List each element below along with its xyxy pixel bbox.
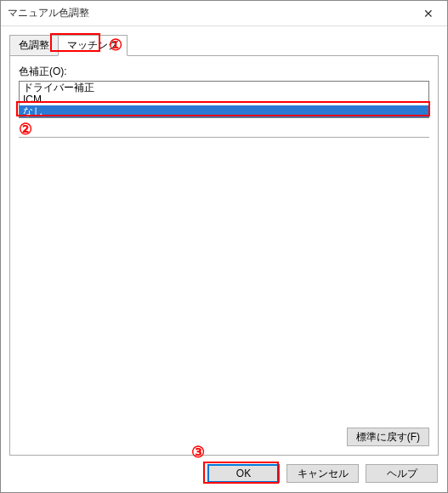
button-label: 標準に戻す(F) [356,430,420,445]
tab-panel-matching: 色補正(O): ドライバー補正 ICM なし 標準に戻す(F) [9,55,439,456]
close-icon: ✕ [423,7,434,20]
cancel-button[interactable]: キャンセル [286,464,359,483]
ok-button[interactable]: OK [207,464,280,483]
window-title: マニュアル色調整 [8,6,89,20]
button-label: OK [236,468,251,479]
list-item[interactable]: なし [20,105,428,118]
close-button[interactable]: ✕ [409,1,447,26]
defaults-row: 標準に戻す(F) [19,428,429,446]
list-item[interactable]: ドライバー補正 [20,82,428,94]
tab-color-adjust[interactable]: 色調整 [9,35,59,56]
dialog-window: マニュアル色調整 ✕ 色調整 マッチング 色補正(O): ドライバー補正 ICM… [0,0,448,493]
button-label: キャンセル [298,467,349,481]
defaults-button[interactable]: 標準に戻す(F) [347,428,429,446]
list-item[interactable]: ICM [20,94,428,105]
tabs: 色調整 マッチング [1,26,447,55]
tab-matching[interactable]: マッチング [58,35,128,56]
tab-label: 色調整 [19,39,49,51]
help-button[interactable]: ヘルプ [366,464,438,483]
spacer [19,138,429,422]
color-correction-label: 色補正(O): [19,65,429,79]
tab-label: マッチング [67,39,118,51]
button-label: ヘルプ [387,467,417,481]
titlebar: マニュアル色調整 ✕ [1,1,447,26]
color-correction-listbox[interactable]: ドライバー補正 ICM なし [19,81,429,118]
dialog-actions: OK キャンセル ヘルプ [1,456,447,492]
